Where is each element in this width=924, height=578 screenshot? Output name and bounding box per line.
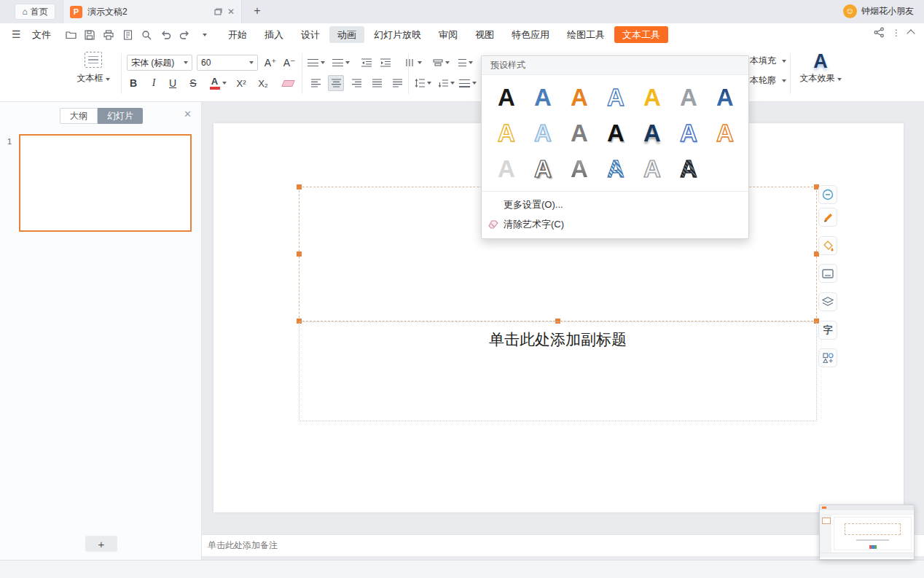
bullet-list-button[interactable] (306, 55, 326, 71)
resize-handle[interactable] (297, 251, 302, 257)
subscript-button[interactable]: X₂ (255, 75, 271, 91)
align-objects-button[interactable] (430, 55, 452, 71)
add-slide-button[interactable]: + (85, 536, 117, 552)
tab-view[interactable]: 视图 (467, 26, 502, 43)
align-left-button[interactable] (308, 75, 324, 91)
menubar-right-controls: ⋮ (874, 27, 914, 38)
decrease-indent-button[interactable] (359, 55, 375, 71)
more-options-icon[interactable]: ⋮ (892, 28, 901, 38)
wordart-panel-header: 预设样式 (482, 56, 748, 75)
notes-bar[interactable]: 单击此处添加备注 (202, 534, 924, 556)
wordart-style-12[interactable]: A (634, 115, 670, 151)
wordart-style-2[interactable]: A (525, 79, 561, 115)
decrease-font-button[interactable]: A⁻ (281, 55, 297, 71)
clear-format-button[interactable] (280, 75, 296, 91)
detach-window-icon[interactable] (214, 8, 222, 16)
redo-icon[interactable] (176, 27, 192, 42)
wordart-style-19[interactable]: A (634, 151, 670, 187)
bold-button[interactable]: B (125, 75, 141, 91)
wordart-style-17[interactable]: A (561, 151, 598, 187)
tab-review[interactable]: 审阅 (431, 26, 466, 43)
slide-frame-icon[interactable] (818, 264, 837, 283)
line-height-button[interactable] (458, 75, 478, 91)
tab-start[interactable]: 开始 (220, 26, 255, 43)
distribute-button[interactable] (389, 75, 405, 91)
close-panel-icon[interactable]: ✕ (184, 109, 192, 120)
open-icon[interactable] (63, 27, 79, 42)
underline-button[interactable]: U (165, 75, 181, 91)
outline-tab[interactable]: 大纲 (60, 108, 98, 124)
wordart-style-4[interactable]: A (598, 79, 634, 115)
tab-design[interactable]: 设计 (293, 26, 328, 43)
numbered-list-button[interactable] (331, 55, 351, 71)
hamburger-menu-icon[interactable]: ☰ (12, 28, 21, 40)
resize-handle[interactable] (297, 184, 302, 190)
wordart-clear-item[interactable]: 清除艺术字(C) (482, 214, 748, 234)
wordart-style-16[interactable]: A (525, 151, 561, 187)
line-spacing-button[interactable] (412, 75, 433, 91)
tab-text-tools[interactable]: 文本工具 (614, 26, 668, 43)
justify-button[interactable] (369, 75, 385, 91)
align-center-button[interactable] (328, 75, 344, 91)
collapse-ribbon-icon[interactable] (907, 29, 915, 37)
wordart-style-20[interactable]: A (670, 151, 707, 187)
wordart-style-8[interactable]: A (488, 115, 525, 151)
selection-pane-icon[interactable] (818, 185, 837, 204)
wordart-style-6[interactable]: A (670, 79, 707, 115)
increase-font-button[interactable]: A⁺ (262, 55, 278, 71)
wordart-more-settings-item[interactable]: 更多设置(O)... (482, 195, 748, 214)
pen-icon[interactable] (818, 208, 837, 227)
shapes-icon[interactable] (818, 348, 837, 367)
print-preview-icon[interactable] (120, 27, 136, 42)
slides-tab[interactable]: 幻灯片 (98, 108, 143, 124)
layers-icon[interactable] (818, 292, 837, 311)
wordart-style-18[interactable]: A (598, 151, 634, 187)
text-effect-button[interactable]: A 文本效果 (796, 50, 845, 85)
tab-drawing-tools[interactable]: 绘图工具 (559, 26, 613, 43)
fill-bucket-icon[interactable] (818, 236, 837, 255)
undo-icon[interactable] (157, 27, 173, 42)
text-tool-icon[interactable]: 字 (818, 321, 837, 340)
window-preview-thumbnail[interactable] (819, 504, 915, 560)
tab-insert[interactable]: 插入 (257, 26, 291, 43)
quick-access-more-icon[interactable] (195, 27, 211, 42)
user-account[interactable]: ☺ 钟烟花小朋友 (843, 4, 914, 18)
increase-indent-button[interactable] (377, 55, 394, 71)
close-tab-icon[interactable]: ✕ (227, 7, 235, 17)
share-icon[interactable] (874, 27, 885, 38)
wordart-style-3[interactable]: A (561, 79, 598, 115)
superscript-button[interactable]: X² (233, 75, 249, 91)
tab-special-features[interactable]: 特色应用 (504, 26, 557, 43)
wordart-style-1[interactable]: A (488, 79, 525, 115)
align-right-button[interactable] (348, 75, 364, 91)
wordart-style-5[interactable]: A (634, 79, 670, 115)
tab-slideshow[interactable]: 幻灯片放映 (366, 26, 429, 43)
wordart-style-11[interactable]: A (598, 115, 634, 151)
document-tab[interactable]: P 演示文稿2 ✕ (63, 0, 242, 23)
tab-animation[interactable]: 动画 (329, 26, 364, 43)
save-icon[interactable] (82, 27, 98, 42)
wordart-style-14[interactable]: A (707, 115, 743, 151)
wordart-style-10[interactable]: A (561, 115, 598, 151)
find-icon[interactable] (138, 27, 154, 42)
font-size-combo[interactable]: 60 (197, 55, 258, 71)
slide-thumbnail[interactable] (19, 134, 192, 232)
wordart-style-13[interactable]: A (670, 115, 707, 151)
home-button[interactable]: ⌂ 首页 (15, 4, 55, 20)
italic-button[interactable]: I (146, 75, 162, 91)
textbox-button[interactable]: 文本框 (71, 52, 115, 85)
wordart-style-9[interactable]: A (525, 115, 561, 151)
subtitle-placeholder[interactable]: 单击此处添加副标题 (299, 321, 817, 421)
wordart-style-7[interactable]: A (707, 79, 743, 115)
font-color-button[interactable]: A (207, 75, 229, 91)
paragraph-layout-button[interactable] (456, 55, 475, 71)
file-menu[interactable]: 文件 (29, 28, 54, 42)
font-name-combo[interactable]: 宋体 (标题) (127, 55, 192, 71)
wordart-style-15[interactable]: A (488, 151, 525, 187)
new-tab-button[interactable]: + (249, 3, 265, 19)
text-direction-button[interactable] (402, 55, 424, 71)
print-icon[interactable] (101, 27, 117, 42)
paragraph-spacing-button[interactable] (436, 75, 456, 91)
strikethrough-button[interactable]: S (185, 75, 201, 91)
text-effect-label: 文本效果 (800, 73, 835, 83)
